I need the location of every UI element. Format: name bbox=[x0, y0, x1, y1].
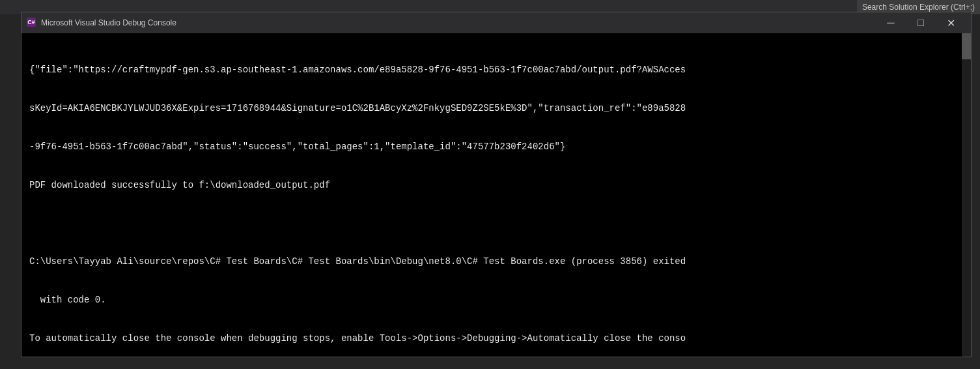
maximize-button[interactable]: □ bbox=[906, 12, 936, 33]
console-line-8: To automatically close the console when … bbox=[29, 332, 963, 346]
console-line-4: PDF downloaded successfully to f:\downlo… bbox=[29, 179, 963, 192]
console-line-5 bbox=[29, 217, 963, 230]
window-title: Microsoft Visual Studio Debug Console bbox=[41, 18, 876, 27]
search-placeholder-text: Search Solution Explorer (Ctrl+;) bbox=[862, 3, 975, 12]
console-line-1: {"file":"https://craftmypdf-gen.s3.ap-so… bbox=[29, 64, 963, 77]
debug-console-window: C# Microsoft Visual Studio Debug Console… bbox=[21, 12, 972, 357]
console-output: {"file":"https://craftmypdf-gen.s3.ap-so… bbox=[21, 33, 971, 357]
close-button[interactable]: ✕ bbox=[936, 12, 966, 33]
scrollbar-track[interactable] bbox=[962, 33, 971, 357]
scrollbar-thumb[interactable] bbox=[962, 33, 971, 59]
vs-icon: C# bbox=[27, 18, 36, 27]
console-line-3: -9f76-4951-b563-1f7c00ac7abd","status":"… bbox=[29, 141, 963, 154]
window-controls: ─ □ ✕ bbox=[876, 12, 966, 33]
app-icon: C# bbox=[27, 18, 37, 28]
console-line-7: with code 0. bbox=[29, 294, 963, 307]
console-line-2: sKeyId=AKIA6ENCBKJYLWJUD36X&Expires=1716… bbox=[29, 102, 963, 115]
console-line-6: C:\Users\Tayyab Ali\source\repos\C# Test… bbox=[29, 256, 963, 269]
title-bar: C# Microsoft Visual Studio Debug Console… bbox=[21, 12, 971, 33]
minimize-button[interactable]: ─ bbox=[876, 12, 906, 33]
